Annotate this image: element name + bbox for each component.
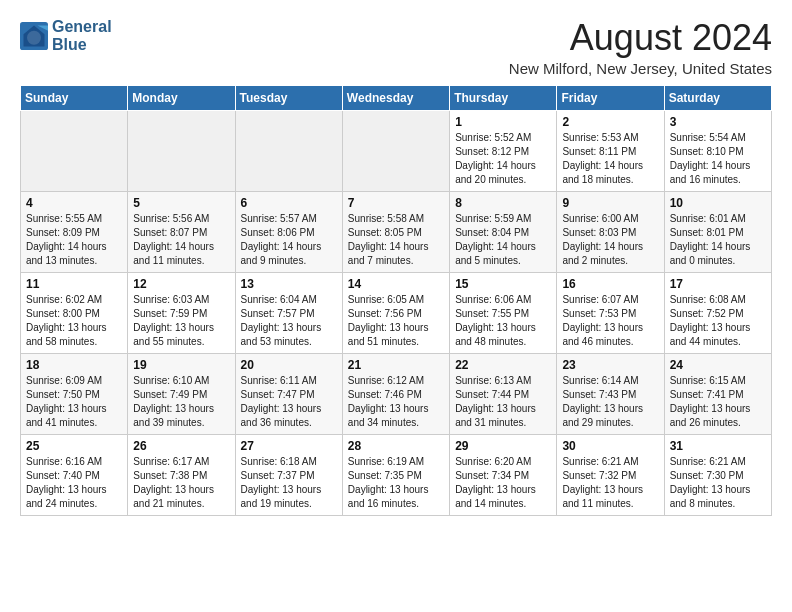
calendar-cell: 17Sunrise: 6:08 AM Sunset: 7:52 PM Dayli… <box>664 272 771 353</box>
calendar-cell: 6Sunrise: 5:57 AM Sunset: 8:06 PM Daylig… <box>235 191 342 272</box>
day-info: Sunrise: 6:03 AM Sunset: 7:59 PM Dayligh… <box>133 293 229 349</box>
day-info: Sunrise: 5:58 AM Sunset: 8:05 PM Dayligh… <box>348 212 444 268</box>
day-number: 23 <box>562 358 658 372</box>
day-number: 15 <box>455 277 551 291</box>
calendar-week-4: 18Sunrise: 6:09 AM Sunset: 7:50 PM Dayli… <box>21 353 772 434</box>
calendar-cell: 1Sunrise: 5:52 AM Sunset: 8:12 PM Daylig… <box>450 110 557 191</box>
location: New Milford, New Jersey, United States <box>509 60 772 77</box>
calendar-cell: 29Sunrise: 6:20 AM Sunset: 7:34 PM Dayli… <box>450 434 557 515</box>
day-info: Sunrise: 6:16 AM Sunset: 7:40 PM Dayligh… <box>26 455 122 511</box>
weekday-row: SundayMondayTuesdayWednesdayThursdayFrid… <box>21 85 772 110</box>
calendar-cell: 31Sunrise: 6:21 AM Sunset: 7:30 PM Dayli… <box>664 434 771 515</box>
calendar-cell: 28Sunrise: 6:19 AM Sunset: 7:35 PM Dayli… <box>342 434 449 515</box>
day-number: 22 <box>455 358 551 372</box>
day-number: 26 <box>133 439 229 453</box>
day-info: Sunrise: 6:20 AM Sunset: 7:34 PM Dayligh… <box>455 455 551 511</box>
day-info: Sunrise: 6:19 AM Sunset: 7:35 PM Dayligh… <box>348 455 444 511</box>
day-info: Sunrise: 6:17 AM Sunset: 7:38 PM Dayligh… <box>133 455 229 511</box>
calendar-cell: 21Sunrise: 6:12 AM Sunset: 7:46 PM Dayli… <box>342 353 449 434</box>
day-info: Sunrise: 6:13 AM Sunset: 7:44 PM Dayligh… <box>455 374 551 430</box>
calendar-cell: 26Sunrise: 6:17 AM Sunset: 7:38 PM Dayli… <box>128 434 235 515</box>
day-info: Sunrise: 5:59 AM Sunset: 8:04 PM Dayligh… <box>455 212 551 268</box>
day-number: 17 <box>670 277 766 291</box>
day-number: 6 <box>241 196 337 210</box>
day-info: Sunrise: 5:52 AM Sunset: 8:12 PM Dayligh… <box>455 131 551 187</box>
day-info: Sunrise: 6:01 AM Sunset: 8:01 PM Dayligh… <box>670 212 766 268</box>
calendar-cell: 3Sunrise: 5:54 AM Sunset: 8:10 PM Daylig… <box>664 110 771 191</box>
day-info: Sunrise: 6:08 AM Sunset: 7:52 PM Dayligh… <box>670 293 766 349</box>
calendar-cell: 19Sunrise: 6:10 AM Sunset: 7:49 PM Dayli… <box>128 353 235 434</box>
calendar-cell: 22Sunrise: 6:13 AM Sunset: 7:44 PM Dayli… <box>450 353 557 434</box>
day-number: 28 <box>348 439 444 453</box>
svg-point-3 <box>27 30 41 44</box>
day-info: Sunrise: 6:11 AM Sunset: 7:47 PM Dayligh… <box>241 374 337 430</box>
day-info: Sunrise: 6:12 AM Sunset: 7:46 PM Dayligh… <box>348 374 444 430</box>
day-number: 27 <box>241 439 337 453</box>
logo-text: General Blue <box>52 18 112 53</box>
calendar-cell <box>128 110 235 191</box>
calendar-cell: 7Sunrise: 5:58 AM Sunset: 8:05 PM Daylig… <box>342 191 449 272</box>
weekday-header-tuesday: Tuesday <box>235 85 342 110</box>
day-number: 12 <box>133 277 229 291</box>
calendar-cell: 2Sunrise: 5:53 AM Sunset: 8:11 PM Daylig… <box>557 110 664 191</box>
day-info: Sunrise: 5:55 AM Sunset: 8:09 PM Dayligh… <box>26 212 122 268</box>
day-number: 13 <box>241 277 337 291</box>
logo-line2: Blue <box>52 36 112 54</box>
day-info: Sunrise: 6:05 AM Sunset: 7:56 PM Dayligh… <box>348 293 444 349</box>
calendar-cell: 27Sunrise: 6:18 AM Sunset: 7:37 PM Dayli… <box>235 434 342 515</box>
calendar: SundayMondayTuesdayWednesdayThursdayFrid… <box>20 85 772 516</box>
day-number: 3 <box>670 115 766 129</box>
day-info: Sunrise: 5:56 AM Sunset: 8:07 PM Dayligh… <box>133 212 229 268</box>
day-number: 24 <box>670 358 766 372</box>
day-info: Sunrise: 5:57 AM Sunset: 8:06 PM Dayligh… <box>241 212 337 268</box>
day-number: 8 <box>455 196 551 210</box>
page: General Blue August 2024 New Milford, Ne… <box>0 0 792 526</box>
calendar-cell: 18Sunrise: 6:09 AM Sunset: 7:50 PM Dayli… <box>21 353 128 434</box>
day-info: Sunrise: 6:07 AM Sunset: 7:53 PM Dayligh… <box>562 293 658 349</box>
calendar-cell: 5Sunrise: 5:56 AM Sunset: 8:07 PM Daylig… <box>128 191 235 272</box>
weekday-header-monday: Monday <box>128 85 235 110</box>
logo-icon <box>20 22 48 50</box>
day-number: 16 <box>562 277 658 291</box>
day-number: 29 <box>455 439 551 453</box>
day-number: 18 <box>26 358 122 372</box>
day-number: 2 <box>562 115 658 129</box>
calendar-cell: 10Sunrise: 6:01 AM Sunset: 8:01 PM Dayli… <box>664 191 771 272</box>
day-number: 25 <box>26 439 122 453</box>
calendar-cell: 25Sunrise: 6:16 AM Sunset: 7:40 PM Dayli… <box>21 434 128 515</box>
day-info: Sunrise: 5:53 AM Sunset: 8:11 PM Dayligh… <box>562 131 658 187</box>
header: General Blue August 2024 New Milford, Ne… <box>20 18 772 77</box>
calendar-cell: 15Sunrise: 6:06 AM Sunset: 7:55 PM Dayli… <box>450 272 557 353</box>
weekday-header-thursday: Thursday <box>450 85 557 110</box>
calendar-week-1: 1Sunrise: 5:52 AM Sunset: 8:12 PM Daylig… <box>21 110 772 191</box>
calendar-cell: 9Sunrise: 6:00 AM Sunset: 8:03 PM Daylig… <box>557 191 664 272</box>
day-number: 9 <box>562 196 658 210</box>
day-number: 1 <box>455 115 551 129</box>
weekday-header-saturday: Saturday <box>664 85 771 110</box>
day-info: Sunrise: 6:15 AM Sunset: 7:41 PM Dayligh… <box>670 374 766 430</box>
weekday-header-sunday: Sunday <box>21 85 128 110</box>
day-info: Sunrise: 6:21 AM Sunset: 7:32 PM Dayligh… <box>562 455 658 511</box>
calendar-cell <box>342 110 449 191</box>
calendar-cell: 8Sunrise: 5:59 AM Sunset: 8:04 PM Daylig… <box>450 191 557 272</box>
day-info: Sunrise: 6:21 AM Sunset: 7:30 PM Dayligh… <box>670 455 766 511</box>
month-title: August 2024 <box>509 18 772 58</box>
calendar-cell: 14Sunrise: 6:05 AM Sunset: 7:56 PM Dayli… <box>342 272 449 353</box>
calendar-week-2: 4Sunrise: 5:55 AM Sunset: 8:09 PM Daylig… <box>21 191 772 272</box>
calendar-cell <box>21 110 128 191</box>
day-info: Sunrise: 6:06 AM Sunset: 7:55 PM Dayligh… <box>455 293 551 349</box>
calendar-cell: 4Sunrise: 5:55 AM Sunset: 8:09 PM Daylig… <box>21 191 128 272</box>
day-number: 11 <box>26 277 122 291</box>
calendar-cell: 13Sunrise: 6:04 AM Sunset: 7:57 PM Dayli… <box>235 272 342 353</box>
logo-line1: General <box>52 18 112 36</box>
calendar-header: SundayMondayTuesdayWednesdayThursdayFrid… <box>21 85 772 110</box>
calendar-cell: 30Sunrise: 6:21 AM Sunset: 7:32 PM Dayli… <box>557 434 664 515</box>
weekday-header-wednesday: Wednesday <box>342 85 449 110</box>
day-number: 7 <box>348 196 444 210</box>
day-info: Sunrise: 6:04 AM Sunset: 7:57 PM Dayligh… <box>241 293 337 349</box>
calendar-body: 1Sunrise: 5:52 AM Sunset: 8:12 PM Daylig… <box>21 110 772 515</box>
calendar-cell: 24Sunrise: 6:15 AM Sunset: 7:41 PM Dayli… <box>664 353 771 434</box>
logo: General Blue <box>20 18 112 53</box>
calendar-week-3: 11Sunrise: 6:02 AM Sunset: 8:00 PM Dayli… <box>21 272 772 353</box>
weekday-header-friday: Friday <box>557 85 664 110</box>
